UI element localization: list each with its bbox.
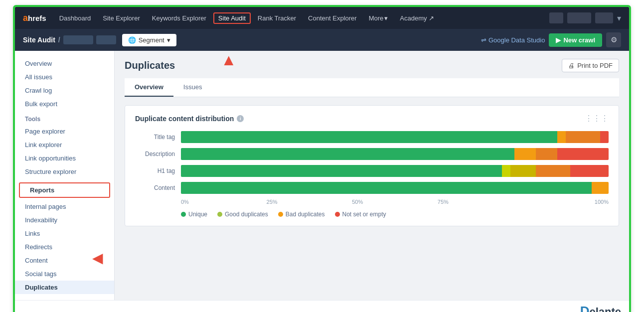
chart-title: Duplicate content distribution i (135, 115, 244, 123)
breadcrumb-separator: / (58, 36, 60, 44)
legend-dot-bad (278, 212, 283, 217)
legend-good-duplicates: Good duplicates (217, 211, 268, 218)
bar-row-content: Content (135, 182, 609, 194)
main-layout: Overview All issues Crawl log Bulk expor… (15, 51, 629, 300)
chart-card-header: Duplicate content distribution i ⋮⋮⋮ (135, 114, 609, 123)
content-header: Duplicates 🖨 Print to PDF (125, 59, 619, 72)
bar-seg-seg2-h1 (502, 165, 510, 177)
top-navigation: a hrefs Dashboard Site Explorer Keywords… (15, 7, 629, 29)
breadcrumb-part1 (63, 35, 93, 44)
sidebar-item-structure-explorer[interactable]: Structure explorer (15, 165, 114, 178)
sidebar-item-overview[interactable]: Overview (15, 57, 114, 70)
new-crawl-button[interactable]: ▶ New crawl (549, 33, 602, 47)
bar-seg-bad-content (592, 182, 609, 194)
bar-seg-red-desc (557, 148, 609, 160)
link-icon: ⇌ (481, 36, 486, 44)
sidebar-item-indexability[interactable]: Indexability (15, 213, 114, 227)
legend-bad-duplicates: Bad duplicates (278, 211, 325, 218)
google-data-studio-button[interactable]: ⇌ Google Data Studio (481, 36, 545, 44)
bar-label-description: Description (135, 151, 175, 157)
footer-brand: Delante (15, 300, 629, 312)
chart-title-text: Duplicate content distribution (135, 115, 234, 123)
legend-label-good: Good duplicates (225, 211, 268, 218)
chart-menu-icon[interactable]: ⋮⋮⋮ (585, 114, 609, 123)
sidebar-item-link-explorer[interactable]: Link explorer (15, 138, 114, 152)
legend-label-bad: Bad duplicates (286, 211, 325, 218)
play-icon: ▶ (556, 36, 561, 44)
gds-label: Google Data Studio (488, 36, 545, 44)
x-axis-75: 75% (438, 199, 523, 205)
chart-legend: Unique Good duplicates Bad duplicates No… (181, 211, 609, 218)
x-axis-50: 50% (352, 199, 438, 205)
print-to-pdf-button[interactable]: 🖨 Print to PDF (562, 59, 619, 72)
sidebar-item-links[interactable]: Links (15, 227, 114, 240)
tabs-bar: Overview Issues (125, 78, 619, 97)
breadcrumb-part2 (96, 35, 116, 44)
legend-label-unique: Unique (188, 211, 207, 218)
bar-seg-red (600, 131, 609, 143)
breadcrumb: Site Audit / (23, 35, 116, 44)
sidebar-reports-label[interactable]: Reports (19, 182, 110, 198)
bar-seg-bad-desc (536, 148, 557, 160)
bar-track-h1 (181, 165, 609, 177)
sidebar-item-link-opportunities[interactable]: Link opportunities (15, 152, 114, 165)
bar-track-content (181, 182, 609, 194)
settings-button[interactable]: ⚙ (606, 32, 621, 47)
sidebar-item-redirects[interactable]: Redirects (15, 240, 114, 254)
nav-rank-tracker[interactable]: Rank Tracker (253, 12, 301, 24)
nav-icon-extra (595, 12, 613, 23)
gear-icon: ⚙ (611, 35, 617, 44)
breadcrumb-site-audit: Site Audit (23, 36, 55, 44)
nav-site-explorer[interactable]: Site Explorer (98, 12, 145, 24)
nav-right-icons: ▾ (549, 12, 621, 23)
x-axis: 0% 25% 50% 75% 100% (181, 199, 609, 205)
brand-hrefs: hrefs (28, 14, 46, 22)
bar-seg-unique-desc (181, 148, 514, 160)
legend-unique: Unique (181, 211, 207, 218)
globe-icon: 🌐 (128, 36, 136, 44)
chevron-down-icon-seg: ▾ (167, 36, 170, 44)
sidebar-item-internal-pages[interactable]: Internal pages (15, 200, 114, 213)
sidebar-item-social-tags[interactable]: Social tags (15, 267, 114, 281)
tab-overview[interactable]: Overview (125, 78, 173, 97)
nav-site-audit[interactable]: Site Audit (213, 12, 251, 24)
brand-d: D (580, 304, 590, 312)
second-bar-right: ⇌ Google Data Studio ▶ New crawl ⚙ (481, 32, 621, 47)
brand-rest: elante (589, 306, 621, 312)
tab-issues[interactable]: Issues (173, 78, 212, 97)
bar-seg-seg4-h1 (536, 165, 570, 177)
bar-chart: Title tag Description (135, 131, 609, 194)
brand-logo: a hrefs (23, 13, 46, 23)
nav-icon-user (567, 12, 591, 23)
bar-row-h1: H1 tag (135, 165, 609, 177)
sidebar-item-content[interactable]: Content (15, 254, 114, 267)
sidebar-item-bulk-export[interactable]: Bulk export (15, 97, 114, 111)
sidebar-item-page-explorer[interactable]: Page explorer (15, 125, 114, 138)
bar-track-description (181, 148, 609, 160)
nav-academy[interactable]: Academy ↗ (395, 12, 439, 24)
nav-content-explorer[interactable]: Content Explorer (303, 12, 362, 24)
segment-button[interactable]: 🌐 Segment ▾ (122, 34, 176, 46)
x-axis-100: 100% (523, 199, 609, 205)
legend-dot-good (217, 212, 222, 217)
chart-card: Duplicate content distribution i ⋮⋮⋮ Tit… (125, 105, 619, 226)
nav-dashboard[interactable]: Dashboard (54, 12, 96, 24)
info-icon: i (237, 115, 244, 122)
bar-seg-unique (181, 131, 557, 143)
legend-dot-unique (181, 212, 186, 217)
sidebar-item-crawl-log[interactable]: Crawl log (15, 84, 114, 97)
legend-dot-not-set (335, 212, 340, 217)
bar-row-title-tag: Title tag (135, 131, 609, 143)
x-axis-0: 0% (181, 199, 267, 205)
sidebar-item-all-issues[interactable]: All issues (15, 70, 114, 84)
bar-label-h1: H1 tag (135, 167, 175, 174)
print-icon: 🖨 (568, 62, 575, 69)
bar-seg-seg3-h1 (510, 165, 536, 177)
x-axis-25: 25% (267, 199, 352, 205)
bar-seg-seg5-h1 (570, 165, 609, 177)
bar-seg-orange (566, 131, 600, 143)
chevron-down-icon-nav: ▾ (617, 13, 621, 23)
nav-keywords-explorer[interactable]: Keywords Explorer (147, 12, 211, 24)
sidebar-item-duplicates[interactable]: Duplicates (15, 281, 114, 294)
nav-more[interactable]: More ▾ (364, 12, 393, 24)
